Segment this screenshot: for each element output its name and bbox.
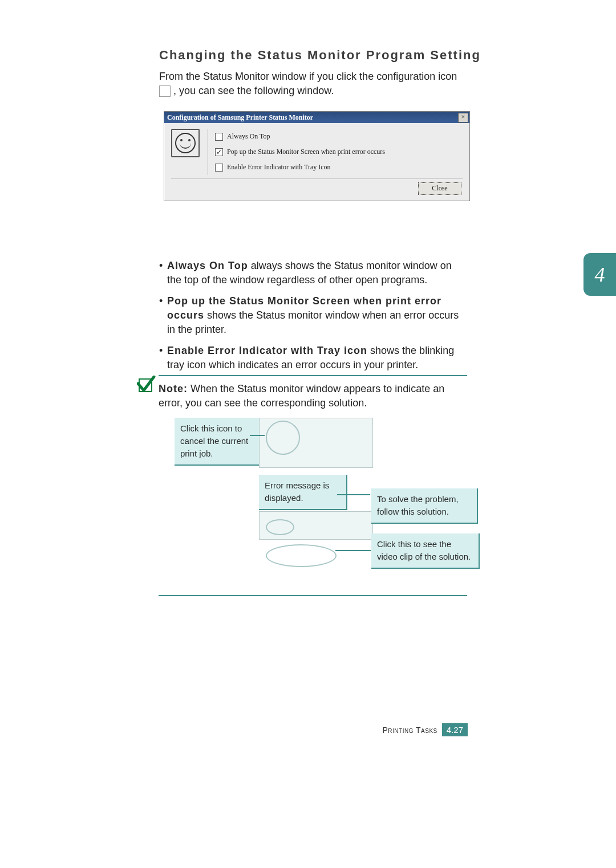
chapter-tab: 4	[583, 253, 616, 296]
option-popup-on-error[interactable]: ✓ Pop up the Status Monitor Screen when …	[215, 144, 463, 160]
footer-section: Printing Tasks	[382, 726, 437, 735]
bullet-text: shows the Status monitor window when an …	[167, 309, 459, 335]
note-body: When the Status monitor window appears t…	[159, 383, 444, 409]
callout-cancel-job: Click this icon to cancel the current pr…	[175, 418, 260, 466]
leader-line	[337, 494, 370, 495]
leader-line	[335, 550, 371, 551]
page-footer: Printing Tasks 4.27	[0, 723, 616, 736]
checkbox-icon[interactable]	[215, 164, 223, 172]
config-dialog: Configuration of Samsung Printer Status …	[164, 111, 470, 201]
leader-line	[250, 435, 265, 436]
option-label: Pop up the Status Monitor Screen when pr…	[227, 148, 385, 156]
callout-error-message: Error message is displayed.	[259, 475, 347, 510]
highlight-oval	[266, 519, 294, 535]
option-label: Enable Error Indicator with Tray Icon	[227, 163, 331, 172]
bullet-tray-indicator: •Enable Error Indicator with Tray icon s…	[167, 344, 467, 372]
close-icon[interactable]: ×	[458, 113, 468, 123]
footer-page-number: 4.27	[442, 723, 468, 736]
option-always-on-top[interactable]: Always On Top	[215, 129, 463, 144]
checkbox-icon[interactable]: ✓	[215, 148, 223, 156]
bullet-popup-on-error: •Pop up the Status Monitor Screen when p…	[167, 294, 467, 337]
status-face-icon	[171, 129, 200, 157]
dialog-titlebar: Configuration of Samsung Printer Status …	[164, 112, 469, 123]
highlight-oval	[266, 544, 337, 567]
callout-video-clip: Click this to see the video clip of the …	[371, 533, 480, 569]
highlight-oval	[266, 421, 300, 455]
close-button[interactable]: Close	[418, 182, 461, 195]
intro-text: From the Status Monitor window if you cl…	[159, 70, 467, 98]
page-title: Changing the Status Monitor Program Sett…	[159, 48, 481, 63]
note-rule-bottom	[159, 595, 467, 596]
callout-solution: To solve the problem, follow this soluti…	[371, 488, 478, 524]
note-text: Note: When the Status monitor window app…	[159, 382, 467, 410]
chapter-number: 4	[595, 263, 605, 287]
bullet-term: Always On Top	[167, 260, 248, 271]
intro-before: From the Status Monitor window if you cl…	[159, 71, 457, 82]
dialog-title: Configuration of Samsung Printer Status …	[165, 113, 313, 122]
intro-after: , you can see the following window.	[173, 85, 334, 96]
config-icon	[159, 85, 171, 97]
option-label: Always On Top	[227, 132, 270, 141]
note-rule-top	[159, 375, 467, 376]
checkbox-icon[interactable]	[215, 133, 223, 141]
checkmark-icon	[137, 376, 157, 394]
bullet-term: Enable Error Indicator with Tray icon	[167, 345, 367, 356]
note-label: Note:	[159, 383, 188, 394]
bullet-always-on-top: •Always On Top always shows the Status m…	[167, 259, 467, 287]
option-tray-indicator[interactable]: Enable Error Indicator with Tray Icon	[215, 160, 463, 175]
